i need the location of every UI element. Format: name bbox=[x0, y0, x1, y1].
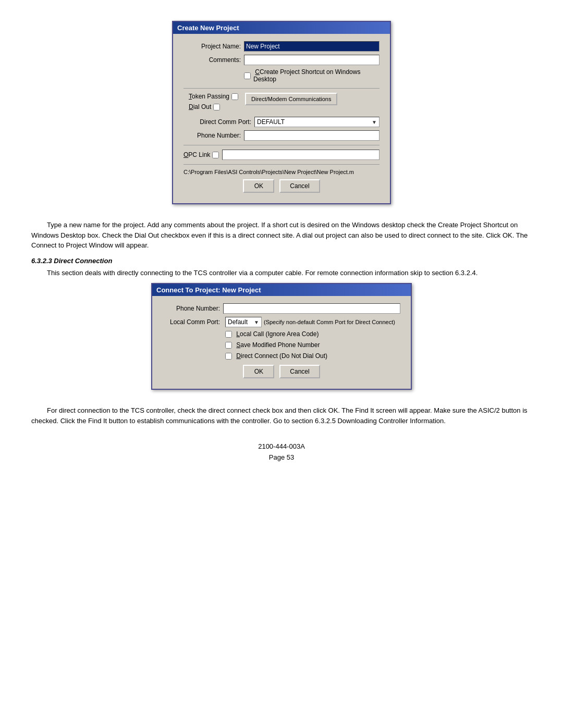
create-project-titlebar: Create New Project bbox=[173, 22, 390, 34]
comments-input[interactable] bbox=[244, 55, 380, 65]
create-project-title: Create New Project bbox=[177, 24, 239, 32]
comm-button[interactable]: Direct/Modem Communications bbox=[245, 93, 337, 105]
direct-comm-port-select[interactable]: DEFAULT ▼ bbox=[254, 117, 380, 127]
create-button-row: OK Cancel bbox=[183, 179, 380, 193]
connect-dropdown-arrow-icon: ▼ bbox=[254, 319, 259, 325]
divider3 bbox=[183, 164, 380, 165]
connect-project-body: Phone Number: Local Comm Port: Default ▼… bbox=[152, 296, 411, 389]
token-passing-label: Token Passing bbox=[189, 93, 229, 100]
connect-ok-button[interactable]: OK bbox=[243, 365, 274, 378]
connect-phone-label: Phone Number: bbox=[163, 305, 220, 312]
body-paragraph-1: Type a new name for the project. Add any… bbox=[31, 220, 532, 251]
opc-link-row: OPC Link bbox=[183, 150, 380, 160]
filepath-row: C:\Program Files\ASI Controls\Projects\N… bbox=[183, 169, 380, 175]
project-name-label: Project Name: bbox=[183, 43, 241, 50]
shortcut-checkbox[interactable] bbox=[244, 72, 251, 79]
connect-project-dialog: Connect To Project: New Project Phone Nu… bbox=[151, 283, 412, 390]
shortcut-label: CCreate Project Shortcut on Windows Desk… bbox=[253, 68, 380, 83]
create-project-dialog: Create New Project Project Name: Comment… bbox=[172, 21, 391, 204]
dial-out-checkbox[interactable] bbox=[213, 104, 220, 110]
create-cancel-button[interactable]: Cancel bbox=[279, 179, 320, 193]
body-paragraph-2: This section deals with directly connect… bbox=[31, 268, 532, 278]
divider1 bbox=[183, 88, 380, 89]
phone-number-row: Phone Number: bbox=[183, 130, 380, 141]
token-passing-checkbox[interactable] bbox=[231, 93, 238, 100]
save-modified-label: Save Modified Phone Number bbox=[235, 341, 320, 349]
phone-number-input[interactable] bbox=[244, 130, 380, 141]
dropdown-arrow-icon: ▼ bbox=[372, 119, 377, 125]
direct-comm-port-value: DEFAULT bbox=[257, 118, 285, 126]
comments-label: Comments: bbox=[183, 56, 241, 64]
shortcut-label-text: CCreate Project Shortcut on Windows Desk… bbox=[253, 68, 360, 83]
checkboxes-col: Token Passing Dial Out bbox=[183, 93, 241, 113]
opc-link-input[interactable] bbox=[222, 150, 380, 160]
create-ok-button[interactable]: OK bbox=[243, 179, 274, 193]
connect-port-value: Default bbox=[228, 318, 248, 326]
comments-row: Comments: bbox=[183, 55, 380, 65]
section-heading: 6.3.2.3 Direct Connection bbox=[31, 257, 532, 265]
footer-line1: 2100-444-003A bbox=[31, 441, 532, 452]
phone-number-label: Phone Number: bbox=[183, 132, 241, 139]
connect-phone-input[interactable] bbox=[223, 303, 400, 314]
connect-project-title: Connect To Project: New Project bbox=[156, 286, 261, 294]
body-paragraph-3: For direct connection to the TCS control… bbox=[31, 405, 532, 426]
opc-link-checkbox[interactable] bbox=[212, 152, 219, 158]
connect-port-row: Local Comm Port: Default ▼ (Specify non-… bbox=[163, 317, 400, 327]
connect-cancel-button[interactable]: Cancel bbox=[279, 365, 320, 378]
direct-comm-port-row: Direct Comm Port: DEFAULT ▼ bbox=[183, 117, 380, 127]
save-modified-checkbox[interactable] bbox=[225, 342, 232, 349]
opc-link-label: OPC Link bbox=[183, 151, 210, 158]
token-passing-row: Token Passing bbox=[183, 93, 241, 100]
mid-section: Token Passing Dial Out Direct/Modem Comm… bbox=[183, 93, 380, 113]
project-name-row: Project Name: bbox=[183, 41, 380, 52]
direct-connect-row: Direct Connect (Do Not Dial Out) bbox=[225, 352, 400, 360]
dial-out-row: Dial Out bbox=[183, 103, 241, 110]
connect-button-row: OK Cancel bbox=[163, 365, 400, 378]
connect-port-hint: (Specify non-default Comm Port for Direc… bbox=[264, 319, 400, 325]
shortcut-row: CCreate Project Shortcut on Windows Desk… bbox=[183, 68, 380, 83]
connect-checkboxes: Local Call (Ignore Area Code) Save Modif… bbox=[163, 330, 400, 362]
connect-port-select[interactable]: Default ▼ bbox=[225, 317, 262, 327]
dial-out-label: Dial Out bbox=[189, 103, 211, 110]
direct-connect-label: Direct Connect (Do Not Dial Out) bbox=[235, 352, 327, 360]
connect-project-titlebar: Connect To Project: New Project bbox=[152, 284, 411, 296]
local-call-row: Local Call (Ignore Area Code) bbox=[225, 330, 400, 338]
project-name-input[interactable] bbox=[244, 41, 380, 52]
direct-comm-port-label: Direct Comm Port: bbox=[183, 118, 251, 126]
local-call-checkbox[interactable] bbox=[225, 331, 232, 338]
connect-port-label: Local Comm Port: bbox=[163, 318, 220, 326]
save-modified-row: Save Modified Phone Number bbox=[225, 341, 400, 349]
footer-line2: Page 53 bbox=[31, 452, 532, 463]
divider2 bbox=[183, 145, 380, 145]
create-project-body: Project Name: Comments: CCreate Project … bbox=[173, 34, 390, 203]
connect-phone-row: Phone Number: bbox=[163, 303, 400, 314]
local-call-label: Local Call (Ignore Area Code) bbox=[235, 330, 319, 338]
filepath-text: C:\Program Files\ASI Controls\Projects\N… bbox=[183, 169, 354, 175]
direct-connect-checkbox[interactable] bbox=[225, 353, 232, 360]
page-footer: 2100-444-003A Page 53 bbox=[31, 441, 532, 463]
